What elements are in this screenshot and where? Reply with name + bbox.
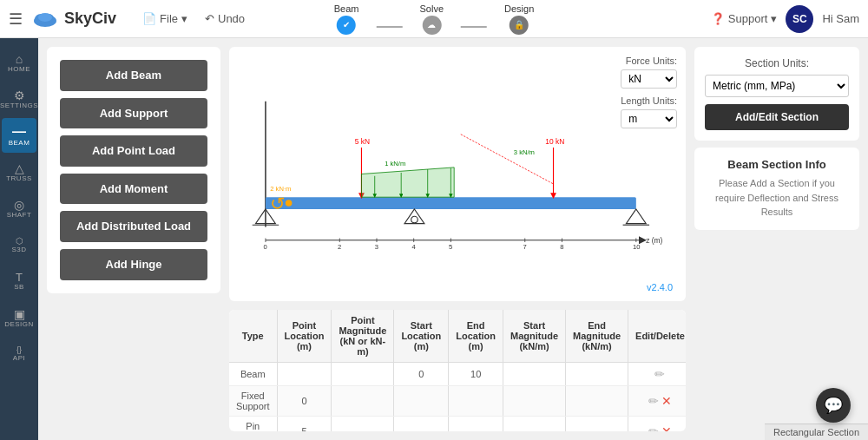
center-panel: Force Units: kN N kip Length Units: m mm… <box>229 47 686 431</box>
svg-text:3: 3 <box>375 243 378 251</box>
row3-type: Pin Support <box>229 417 277 432</box>
svg-text:z (m): z (m) <box>646 236 662 245</box>
edit-icon[interactable]: ✏ <box>654 367 665 381</box>
home-icon: ⌂ <box>16 53 23 65</box>
add-support-button[interactable]: Add Support <box>60 98 207 129</box>
delete-icon[interactable]: ✕ <box>661 394 672 408</box>
logo: SkyCiv <box>31 5 116 33</box>
hamburger-icon[interactable]: ☰ <box>9 10 23 29</box>
sidebar-item-s3d[interactable]: ⬡ S3D <box>2 227 36 262</box>
row2-start-mag <box>503 386 566 417</box>
table-row: Beam 0 10 ✏ <box>229 363 686 386</box>
version-tag: v2.4.0 <box>647 282 673 292</box>
support-chevron-icon: ▾ <box>771 12 777 25</box>
sidebar-item-truss[interactable]: △ TRUSS <box>2 154 36 189</box>
svg-text:5 kN: 5 kN <box>355 137 370 146</box>
tab-solve[interactable]: Solve ☁ <box>402 0 461 38</box>
undo-button[interactable]: ↶ Undo <box>196 9 253 29</box>
svg-text:1 kN/m: 1 kN/m <box>385 160 405 167</box>
row1-edit[interactable]: ✏ <box>628 363 686 386</box>
table-area: Type Point Location (m) Point Magnitude … <box>229 310 686 431</box>
svg-text:↺: ↺ <box>270 194 286 214</box>
edit-icon[interactable]: ✏ <box>648 424 659 431</box>
col-edit-delete: Edit/Delete <box>628 310 686 363</box>
nav-right: ❓ Support ▾ SC Hi Sam <box>711 5 859 33</box>
svg-text:10: 10 <box>633 243 640 251</box>
row2-end-loc <box>449 386 503 417</box>
svg-line-19 <box>461 135 554 184</box>
row2-type: Fixed Support <box>229 386 277 417</box>
add-beam-button[interactable]: Add Beam <box>60 60 207 91</box>
sidebar-item-settings[interactable]: ⚙ SETTINGS <box>2 82 36 116</box>
content: Add Beam Add Support Add Point Load Add … <box>38 38 868 440</box>
chat-icon: 💬 <box>824 396 843 415</box>
row1-end-mag <box>566 363 628 386</box>
beam-section-info-text: Please Add a Section if you require Defl… <box>705 176 849 220</box>
tab-beam-label: Beam <box>334 3 359 14</box>
sidebar-item-beam[interactable]: — BEAM <box>2 118 36 153</box>
section-units-select[interactable]: Metric (mm, MPa) Imperial (in, ksi) <box>705 75 849 97</box>
row3-end-mag <box>566 417 628 432</box>
file-menu[interactable]: 📄 File ▾ <box>134 9 196 29</box>
right-panel: Section Units: Metric (mm, MPa) Imperial… <box>694 47 859 431</box>
row2-start-loc <box>394 386 449 417</box>
table-row: Pin Support 5 ✏ ✕ <box>229 417 686 432</box>
col-start-loc: Start Location (m) <box>394 310 449 363</box>
row2-point-mag <box>332 386 394 417</box>
api-icon: {} <box>16 346 22 354</box>
sidebar-item-shaft[interactable]: ◎ SHAFT <box>2 191 36 226</box>
svg-text:7: 7 <box>523 243 526 251</box>
sidebar-item-home[interactable]: ⌂ HOME <box>2 45 36 80</box>
gear-icon: ⚙ <box>14 89 25 102</box>
question-icon: ❓ <box>711 12 725 25</box>
row3-end-loc <box>449 417 503 432</box>
sb-label: SB <box>14 284 24 291</box>
main-layout: ⌂ HOME ⚙ SETTINGS — BEAM △ TRUSS ◎ SHAFT… <box>0 38 868 440</box>
chat-bubble[interactable]: 💬 <box>816 388 851 423</box>
edit-icon[interactable]: ✏ <box>648 394 659 408</box>
avatar: SC <box>786 5 813 33</box>
row3-edit[interactable]: ✏ ✕ <box>628 417 686 432</box>
svg-text:8: 8 <box>560 243 563 251</box>
file-label: File <box>160 12 178 25</box>
svg-point-3 <box>38 13 52 22</box>
row3-point-loc: 5 <box>277 417 332 432</box>
design-label: DESIGN <box>4 321 34 328</box>
add-distributed-load-button[interactable]: Add Distributed Load <box>60 211 207 242</box>
tab-design[interactable]: Design 🔒 <box>487 0 551 38</box>
col-end-loc: End Location (m) <box>449 310 503 363</box>
row2-edit[interactable]: ✏ ✕ <box>628 386 686 417</box>
shaft-label: SHAFT <box>7 212 32 219</box>
section-units-label: Section Units: <box>705 57 849 69</box>
col-end-mag: End Magnitude (kN/m) <box>566 310 628 363</box>
col-start-mag: Start Magnitude (kN/m) <box>503 310 566 363</box>
home-label: HOME <box>8 66 30 73</box>
sidebar-item-api[interactable]: {} API <box>2 337 36 371</box>
svg-marker-20 <box>361 167 454 197</box>
row1-point-mag <box>332 363 394 386</box>
section-units-card: Section Units: Metric (mm, MPa) Imperial… <box>694 47 859 141</box>
beam-diagram: ↺ 2 kN·m 5 kN 10 kN <box>229 47 686 301</box>
add-hinge-button[interactable]: Add Hinge <box>60 249 207 280</box>
delete-icon[interactable]: ✕ <box>661 424 672 431</box>
tab-beam[interactable]: Beam ✔ <box>317 0 377 38</box>
action-panel: Add Beam Add Support Add Point Load Add … <box>47 47 220 293</box>
support-button[interactable]: ❓ Support ▾ <box>711 12 778 25</box>
row3-start-mag <box>503 417 566 432</box>
sidebar-item-design[interactable]: ▣ DESIGN <box>2 300 36 335</box>
row1-start-loc: 0 <box>394 363 449 386</box>
s3d-icon: ⬡ <box>16 237 23 246</box>
row1-start-mag <box>503 363 566 386</box>
add-edit-section-button[interactable]: Add/Edit Section <box>705 104 849 130</box>
support-label: Support <box>728 12 768 25</box>
add-moment-button[interactable]: Add Moment <box>60 174 207 205</box>
add-point-load-button[interactable]: Add Point Load <box>60 135 207 167</box>
svg-rect-5 <box>266 197 636 209</box>
sidebar-item-sb[interactable]: T SB <box>2 264 36 299</box>
beam-label: BEAM <box>9 140 30 147</box>
truss-label: TRUSS <box>6 175 32 182</box>
row1-type: Beam <box>229 363 277 386</box>
col-point-loc: Point Location (m) <box>277 310 332 363</box>
row3-start-loc <box>394 417 449 432</box>
settings-label: SETTINGS <box>0 102 38 109</box>
